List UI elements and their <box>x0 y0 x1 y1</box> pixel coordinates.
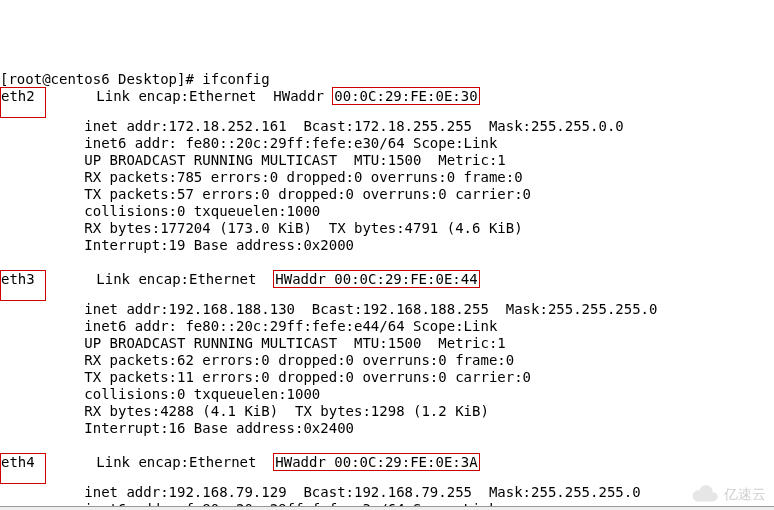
iface-line: TX packets:11 errors:0 dropped:0 overrun… <box>84 369 531 385</box>
iface-encap-1: Link encap:Ethernet <box>96 271 273 287</box>
iface-name-2: eth4 <box>0 453 46 484</box>
iface-line: inet6 addr: fe80::20c:29ff:fefe:e30/64 S… <box>84 135 497 151</box>
iface-line: collisions:0 txqueuelen:1000 <box>84 386 320 402</box>
iface-line: UP BROADCAST RUNNING MULTICAST MTU:1500 … <box>84 152 505 168</box>
shell-prompt: [root@centos6 Desktop]# <box>0 71 202 87</box>
hwaddr-box-0: 00:0C:29:FE:0E:30 <box>332 87 479 105</box>
iface-line: RX bytes:4288 (4.1 KiB) TX bytes:1298 (1… <box>84 403 489 419</box>
iface-block-2: eth4 Link encap:Ethernet HWaddr 00:0C:29… <box>0 454 774 510</box>
watermark: 亿速云 <box>688 484 766 504</box>
iface-name-0: eth2 <box>0 87 46 118</box>
iface-line: collisions:0 txqueuelen:1000 <box>84 203 320 219</box>
iface-line: RX bytes:177204 (173.0 KiB) TX bytes:479… <box>84 220 522 236</box>
iface-line: TX packets:57 errors:0 dropped:0 overrun… <box>84 186 531 202</box>
iface-line: inet addr:192.168.79.129 Bcast:192.168.7… <box>84 484 640 500</box>
hwaddr-box-2: HWaddr 00:0C:29:FE:0E:3A <box>273 453 479 471</box>
cloud-icon <box>688 484 720 504</box>
hwaddr-box-1: HWaddr 00:0C:29:FE:0E:44 <box>273 270 479 288</box>
iface-line: Interrupt:16 Base address:0x2400 <box>84 420 354 436</box>
iface-line: inet addr:192.168.188.130 Bcast:192.168.… <box>84 301 657 317</box>
iface-line: inet addr:172.18.252.161 Bcast:172.18.25… <box>84 118 623 134</box>
command-text: ifconfig <box>202 71 269 87</box>
iface-block-1: eth3 Link encap:Ethernet HWaddr 00:0C:29… <box>0 271 774 437</box>
iface-line: inet6 addr: fe80::20c:29ff:fefe:e44/64 S… <box>84 318 497 334</box>
iface-encap-0: Link encap:Ethernet HWaddr <box>96 88 332 104</box>
iface-name-1: eth3 <box>0 270 46 301</box>
iface-encap-2: Link encap:Ethernet <box>96 454 273 470</box>
iface-line: Interrupt:19 Base address:0x2000 <box>84 237 354 253</box>
terminal-output: [root@centos6 Desktop]# ifconfig eth2 Li… <box>0 68 774 510</box>
iface-block-0: eth2 Link encap:Ethernet HWaddr 00:0C:29… <box>0 88 774 254</box>
watermark-text: 亿速云 <box>724 486 766 503</box>
taskbar <box>0 506 774 510</box>
iface-line: RX packets:62 errors:0 dropped:0 overrun… <box>84 352 514 368</box>
iface-line: UP BROADCAST RUNNING MULTICAST MTU:1500 … <box>84 335 505 351</box>
iface-line: RX packets:785 errors:0 dropped:0 overru… <box>84 169 522 185</box>
